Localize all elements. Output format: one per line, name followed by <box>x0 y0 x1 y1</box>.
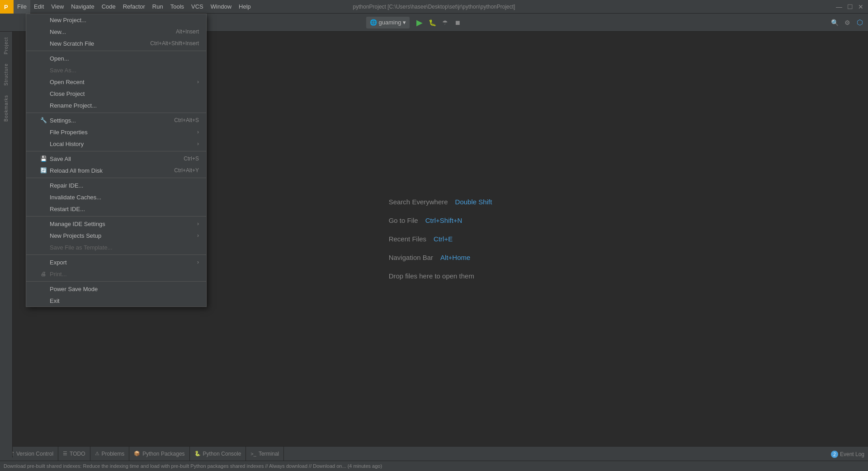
menu-item-new-project[interactable]: New Project... <box>26 14 206 26</box>
navigation-bar-label: Navigation Bar <box>389 254 433 261</box>
menu-item-shortcut-reload-disk: Ctrl+Alt+Y <box>174 167 199 174</box>
menubar-file[interactable]: File <box>14 0 30 14</box>
menu-item-repair-ide[interactable]: Repair IDE... <box>26 179 206 191</box>
menubar-refactor[interactable]: Refactor <box>119 0 149 14</box>
menu-item-label-save-as: Save As... <box>50 67 199 74</box>
menu-item-arrow-manage-ide-settings: › <box>197 221 199 227</box>
profile-dropdown-icon: ▾ <box>403 19 406 26</box>
stop-button[interactable]: ⏹ <box>451 16 464 29</box>
menu-item-settings[interactable]: 🔧Settings...Ctrl+Alt+S <box>26 114 206 126</box>
menu-item-icon-reload-disk: 🔄 <box>39 167 48 174</box>
menu-item-label-open-recent: Open Recent <box>50 79 197 85</box>
goto-file-label: Go to File <box>389 217 418 224</box>
plugins-icon[interactable]: ⬡ <box>854 16 866 29</box>
file-menu-dropdown: New Project...New...Alt+InsertNew Scratc… <box>26 14 207 307</box>
menu-item-new-scratch[interactable]: New Scratch FileCtrl+Alt+Shift+Insert <box>26 38 206 49</box>
coverage-button[interactable]: ☂ <box>439 16 451 29</box>
bottom-tab-label-5: Terminal <box>259 451 279 457</box>
bottom-tab-icon-2: ⚠ <box>95 451 99 457</box>
menubar-tools[interactable]: Tools <box>167 0 188 14</box>
bottom-tab-4[interactable]: 🐍Python Console <box>190 447 246 461</box>
minimize-button[interactable]: — <box>835 3 843 10</box>
menubar: File Edit View Navigate Code Refactor Ru… <box>14 0 255 14</box>
menu-item-restart-ide[interactable]: Restart IDE... <box>26 203 206 215</box>
menu-item-label-exit: Exit <box>50 297 199 304</box>
sidebar-bookmarks[interactable]: Bookmarks <box>4 91 9 125</box>
sidebar-project[interactable]: Project <box>4 33 9 58</box>
event-log-label: Event Log <box>840 451 864 457</box>
bottom-tab-2[interactable]: ⚠Problems <box>90 447 130 461</box>
menu-item-save-as: Save As... <box>26 64 206 76</box>
bottom-tab-3[interactable]: 📦Python Packages <box>129 447 189 461</box>
menubar-view[interactable]: View <box>47 0 67 14</box>
menu-separator <box>26 216 206 217</box>
close-button[interactable]: ✕ <box>857 3 864 10</box>
sidebar-structure[interactable]: Structure <box>4 60 9 89</box>
settings-button[interactable]: ⚙ <box>841 16 854 29</box>
menu-item-reload-disk[interactable]: 🔄Reload All from DiskCtrl+Alt+Y <box>26 165 206 176</box>
menu-item-icon-print: 🖨 <box>39 271 48 277</box>
menu-item-export[interactable]: Export› <box>26 256 206 268</box>
title-bar: P File Edit View Navigate Code Refactor … <box>0 0 868 14</box>
navigation-bar-shortcut: Alt+Home <box>440 254 470 261</box>
menu-item-save-all[interactable]: 💾Save AllCtrl+S <box>26 153 206 165</box>
menubar-vcs[interactable]: VCS <box>188 0 207 14</box>
menubar-navigate[interactable]: Navigate <box>67 0 98 14</box>
svg-text:P: P <box>4 4 8 10</box>
menu-item-new-projects-setup[interactable]: New Projects Setup› <box>26 230 206 241</box>
recent-files-label: Recent Files <box>389 235 426 243</box>
run-button[interactable]: ▶ <box>413 16 426 29</box>
title-bar-left: P File Edit View Navigate Code Refactor … <box>0 0 255 14</box>
menu-item-invalidate-caches[interactable]: Invalidate Caches... <box>26 191 206 203</box>
menu-item-label-save-all: Save All <box>50 155 175 162</box>
menu-item-label-new: New... <box>50 28 167 35</box>
menu-item-shortcut-save-all: Ctrl+S <box>184 155 199 162</box>
menu-item-icon-settings: 🔧 <box>39 117 48 123</box>
menubar-help[interactable]: Help <box>235 0 255 14</box>
menubar-code[interactable]: Code <box>98 0 119 14</box>
menu-item-close-project[interactable]: Close Project <box>26 88 206 99</box>
menu-item-local-history[interactable]: Local History› <box>26 138 206 150</box>
menu-item-file-properties[interactable]: File Properties› <box>26 126 206 138</box>
left-sidebar: Project Structure Bookmarks <box>0 32 13 457</box>
menu-separator <box>26 178 206 178</box>
menu-item-label-invalidate-caches: Invalidate Caches... <box>50 194 199 201</box>
bottom-tab-label-2: Problems <box>102 451 125 457</box>
menu-item-power-save[interactable]: Power Save Mode <box>26 283 206 295</box>
maximize-button[interactable]: ☐ <box>846 3 854 10</box>
menu-item-label-open: Open... <box>50 55 199 62</box>
menu-item-exit[interactable]: Exit <box>26 295 206 306</box>
bottom-tab-icon-4: 🐍 <box>194 451 201 457</box>
menu-item-label-save-file-template: Save File as Template... <box>50 244 199 251</box>
profile-selector[interactable]: 🌐 guaming ▾ <box>366 17 410 28</box>
menu-item-label-rename-project: Rename Project... <box>50 102 199 109</box>
menu-item-rename-project[interactable]: Rename Project... <box>26 99 206 111</box>
welcome-area: Search Everywhere Double Shift Go to Fil… <box>389 198 492 280</box>
menu-item-label-settings: Settings... <box>50 117 165 124</box>
menu-item-label-export: Export <box>50 259 197 266</box>
search-everywhere-row: Search Everywhere Double Shift <box>389 198 492 206</box>
goto-file-shortcut: Ctrl+Shift+N <box>425 217 462 224</box>
menubar-edit[interactable]: Edit <box>30 0 47 14</box>
menu-item-shortcut-new-scratch: Ctrl+Alt+Shift+Insert <box>150 40 199 47</box>
drop-files-row: Drop files here to open them <box>389 272 492 280</box>
bottom-tab-5[interactable]: >_Terminal <box>246 447 284 461</box>
recent-files-shortcut: Ctrl+E <box>434 235 453 243</box>
menu-item-new[interactable]: New...Alt+Insert <box>26 26 206 38</box>
menu-item-label-close-project: Close Project <box>50 90 199 97</box>
menubar-window[interactable]: Window <box>207 0 235 14</box>
event-log-button[interactable]: 2 Event Log <box>831 449 864 459</box>
menu-item-manage-ide-settings[interactable]: Manage IDE Settings› <box>26 218 206 230</box>
bottom-tab-1[interactable]: ☰TODO <box>58 447 90 461</box>
profile-name: guaming <box>379 19 401 26</box>
search-everywhere-button[interactable]: 🔍 <box>828 16 841 29</box>
debug-button[interactable]: 🐛 <box>426 16 439 29</box>
menubar-run[interactable]: Run <box>149 0 167 14</box>
menu-separator <box>26 254 206 255</box>
menu-item-open[interactable]: Open... <box>26 52 206 64</box>
bottom-tab-label-1: TODO <box>70 451 85 457</box>
menu-item-open-recent[interactable]: Open Recent› <box>26 76 206 88</box>
menu-item-label-new-scratch: New Scratch File <box>50 40 141 47</box>
goto-file-row: Go to File Ctrl+Shift+N <box>389 217 492 224</box>
menu-separator <box>26 51 206 51</box>
